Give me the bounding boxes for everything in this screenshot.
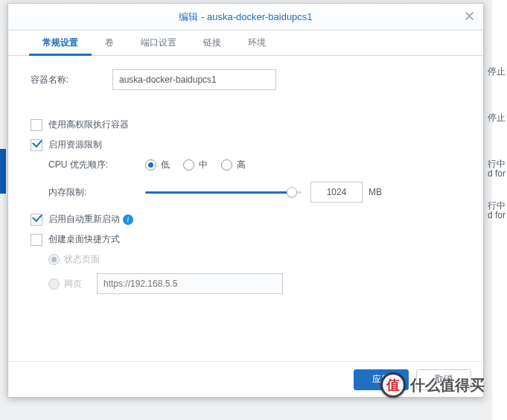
apply-button[interactable]: 应用: [354, 369, 409, 390]
memory-value-input[interactable]: [310, 182, 363, 203]
cpu-high-label: 高: [237, 159, 246, 171]
auto-restart-checkbox[interactable]: [31, 214, 42, 226]
bg-text: d for: [488, 210, 506, 220]
container-name-input[interactable]: [112, 69, 276, 90]
tab-general[interactable]: 常规设置: [29, 30, 92, 55]
tab-strip: 常规设置 卷 端口设置 链接 环境: [8, 31, 483, 56]
bg-text: d for: [488, 168, 506, 179]
titlebar: 编辑 - auska-docker-baidupcs1 ✕: [8, 4, 483, 31]
shortcut-label: 创建桌面快捷方式: [48, 233, 120, 246]
tab-links[interactable]: 链接: [190, 30, 235, 55]
resource-limit-label: 启用资源限制: [48, 139, 102, 151]
shortcut-status-radio: [48, 254, 60, 265]
close-icon[interactable]: ✕: [461, 8, 477, 25]
tab-ports[interactable]: 端口设置: [127, 30, 190, 55]
cpu-low-label: 低: [161, 159, 170, 171]
dialog-footer: 应用 取消: [8, 361, 483, 397]
tab-volume[interactable]: 卷: [92, 30, 127, 55]
cpu-high-radio[interactable]: [221, 159, 232, 171]
cpu-low-radio[interactable]: [145, 159, 156, 171]
shortcut-status-label: 状态页面: [64, 253, 100, 266]
info-icon[interactable]: i: [123, 214, 133, 225]
edit-container-dialog: 编辑 - auska-docker-baidupcs1 ✕ 常规设置 卷 端口设…: [7, 3, 484, 398]
cpu-priority-label: CPU 优先顺序:: [48, 159, 145, 171]
resource-limit-checkbox[interactable]: [31, 139, 42, 151]
auto-restart-label: 启用自动重新启动: [48, 213, 120, 226]
cpu-mid-label: 中: [199, 159, 208, 171]
memory-slider[interactable]: [145, 186, 302, 198]
dialog-title: 编辑 - auska-docker-baidupcs1: [8, 4, 483, 31]
bg-text: 停止: [488, 66, 506, 78]
shortcut-checkbox[interactable]: [31, 234, 42, 246]
tab-env[interactable]: 环境: [235, 30, 279, 55]
memory-unit: MB: [369, 187, 382, 197]
container-name-label: 容器名称:: [31, 74, 112, 86]
privileged-checkbox[interactable]: [31, 119, 42, 131]
bg-text: 停止: [488, 112, 506, 124]
shortcut-web-label: 网页: [64, 278, 97, 290]
cpu-mid-radio[interactable]: [183, 159, 194, 171]
privileged-label: 使用高权限执行容器: [48, 118, 129, 131]
memory-limit-label: 内存限制:: [48, 186, 145, 199]
shortcut-url-input: [97, 273, 283, 294]
slider-thumb-icon[interactable]: [287, 187, 297, 197]
cancel-button[interactable]: 取消: [416, 369, 471, 390]
dialog-body: 容器名称: 使用高权限执行容器 启用资源限制 CPU 优先顺序: 低 中 高 内…: [8, 56, 483, 361]
shortcut-web-radio: [48, 279, 60, 290]
